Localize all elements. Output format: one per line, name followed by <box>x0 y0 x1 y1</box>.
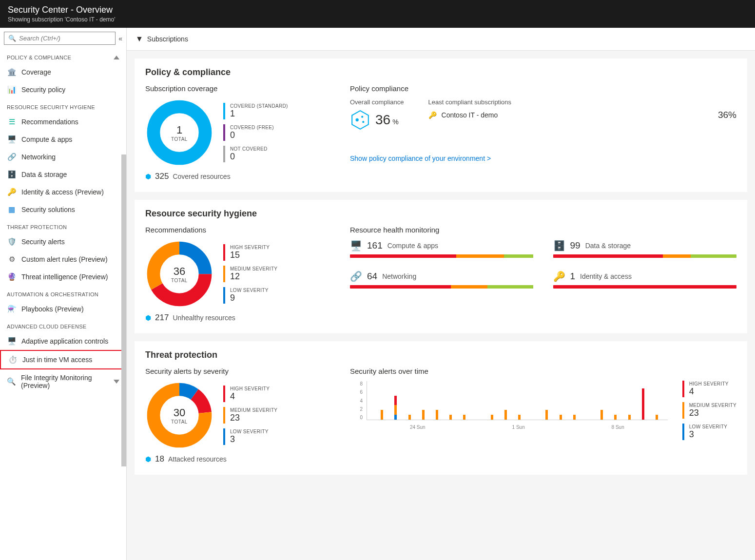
health-icon: 🔑 <box>553 270 565 282</box>
legend-alerts-low[interactable]: LOW SEVERITY3 <box>223 428 277 445</box>
sidebar-item-adaptive-app-controls[interactable]: 🖥️Adaptive application controls <box>0 332 126 350</box>
search-icon: 🔍 <box>8 35 16 42</box>
health-card-3[interactable]: 🔑1Identity & access <box>553 270 737 289</box>
hexagon-icon <box>350 110 370 130</box>
svg-marker-1 <box>352 111 368 129</box>
show-compliance-link[interactable]: Show policy compliance of your environme… <box>350 154 491 162</box>
recommendations-donut-chart[interactable]: 36TOTAL <box>145 240 213 308</box>
section-automation: AUTOMATION & ORCHESTRATION <box>0 286 126 300</box>
identity-icon: 🔑 <box>7 188 17 196</box>
sidebar-item-compute-apps[interactable]: 🖥️Compute & apps <box>0 131 126 148</box>
adaptive-icon: 🖥️ <box>7 337 17 346</box>
network-icon: 🔗 <box>7 153 17 161</box>
shield-icon: 🛡️ <box>7 237 17 246</box>
page-subtitle: Showing subscription 'Contoso IT - demo' <box>8 16 747 23</box>
collapse-sidebar-button[interactable]: « <box>118 35 122 42</box>
sidebar-item-data-storage[interactable]: 🗄️Data & storage <box>0 166 126 183</box>
sidebar-item-playbooks[interactable]: ⚗️Playbooks (Preview) <box>0 300 126 318</box>
legend-alerts-high[interactable]: HIGH SEVERITY4 <box>223 386 277 402</box>
panel-threat: Threat protection Security alerts by sev… <box>135 341 747 475</box>
policy-compliance-block: Policy compliance Overall compliance 36%… <box>350 84 736 181</box>
health-card-2[interactable]: 🔗64Networking <box>350 270 534 289</box>
sidebar-item-security-policy[interactable]: 📊Security policy <box>0 81 126 98</box>
time-legend: HIGH SEVERITY4 MEDIUM SEVERITY23 LOW SEV… <box>682 381 736 464</box>
subscription-row[interactable]: 🔑 Contoso IT - demo 36% <box>428 110 736 120</box>
panel-hygiene: Resource security hygiene Recommendation… <box>135 200 747 333</box>
resource-health-block: Resource health monitoring 🖥️161Compute … <box>350 226 736 323</box>
subscriptions-button[interactable]: Subscriptions <box>147 35 188 43</box>
legend-low-sev[interactable]: LOW SEVERITY9 <box>223 287 277 304</box>
recommendations-icon: ☰ <box>7 117 17 126</box>
alerts-donut-chart[interactable]: 30TOTAL <box>145 381 213 449</box>
cube-icon: ⬢ <box>145 173 151 180</box>
subscription-coverage-block: Subscription coverage 1TOTAL COVERED (ST… <box>145 84 330 181</box>
sidebar-item-threat-intelligence[interactable]: 🔮Threat intelligence (Preview) <box>0 268 126 286</box>
chevron-down-icon <box>114 380 119 384</box>
overall-compliance: Overall compliance 36% <box>350 98 404 130</box>
svg-point-4 <box>362 121 364 123</box>
section-threat-protection: THREAT PROTECTION <box>0 218 126 233</box>
covered-resources-row[interactable]: ⬢325Covered resources <box>145 172 330 181</box>
file-search-icon: 🔍 <box>7 377 16 386</box>
unhealthy-resources-row[interactable]: ⬢217Unhealthy resources <box>145 313 330 323</box>
panel-heading-threat: Threat protection <box>145 350 736 360</box>
recommendations-block: Recommendations 36TOTAL HIGH SEVERITY15 <box>145 226 330 323</box>
cube-icon: ⬢ <box>145 455 151 463</box>
section-resource-hygiene: RESOURCE SECURITY HYGIENE <box>0 98 126 113</box>
attacked-resources-row[interactable]: ⬢18Attacked resources <box>145 454 330 464</box>
filter-icon[interactable]: ▼ <box>136 35 143 43</box>
toolbar: ▼ Subscriptions <box>127 28 755 51</box>
time-legend-low[interactable]: LOW SEVERITY3 <box>682 424 736 440</box>
sidebar-item-file-integrity[interactable]: 🔍File Integrity Monitoring (Preview) <box>0 369 126 394</box>
sidebar-item-identity-access[interactable]: 🔑Identity & access (Preview) <box>0 183 126 201</box>
sidebar-item-security-solutions[interactable]: ▦Security solutions <box>0 201 126 218</box>
coverage-donut-chart[interactable]: 1TOTAL <box>145 98 213 167</box>
playbook-icon: ⚗️ <box>7 305 17 313</box>
content-area: ▼ Subscriptions Policy & compliance Subs… <box>127 28 755 560</box>
health-card-1[interactable]: 🗄️99Data & storage <box>553 240 737 258</box>
sidebar: 🔍 « POLICY & COMPLIANCE 🏛️Coverage 📊Secu… <box>0 28 127 560</box>
search-box[interactable]: 🔍 <box>4 32 116 45</box>
health-icon: 🖥️ <box>350 240 362 251</box>
compute-icon: 🖥️ <box>7 135 17 144</box>
panel-policy-compliance: Policy & compliance Subscription coverag… <box>135 58 747 192</box>
health-card-0[interactable]: 🖥️161Compute & apps <box>350 240 534 258</box>
legend-high-sev[interactable]: HIGH SEVERITY15 <box>223 244 277 261</box>
legend-not-covered[interactable]: NOT COVERED0 <box>223 146 288 162</box>
time-legend-high[interactable]: HIGH SEVERITY4 <box>682 381 736 397</box>
health-icon: 🗄️ <box>553 240 565 251</box>
chevron-up-icon <box>114 56 119 59</box>
legend-med-sev[interactable]: MEDIUM SEVERITY12 <box>223 266 277 282</box>
policy-icon: 📊 <box>7 85 17 94</box>
coverage-legend: COVERED (STANDARD)1 COVERED (FREE)0 NOT … <box>223 103 288 162</box>
topbar: Security Center - Overview Showing subsc… <box>0 0 755 28</box>
health-icon: 🔗 <box>350 270 362 282</box>
coverage-icon: 🏛️ <box>7 68 17 77</box>
sidebar-item-security-alerts[interactable]: 🛡️Security alerts <box>0 233 126 251</box>
least-compliant-block: Least compliant subscriptions 🔑 Contoso … <box>428 98 736 130</box>
svg-point-2 <box>356 118 359 121</box>
sidebar-item-coverage[interactable]: 🏛️Coverage <box>0 63 126 81</box>
sidebar-item-networking[interactable]: 🔗Networking <box>0 148 126 166</box>
alerts-over-time-block: Security alerts over time 86420 24 Sun1 … <box>350 367 736 464</box>
storage-icon: 🗄️ <box>7 170 17 179</box>
svg-point-3 <box>361 116 363 118</box>
section-policy-compliance[interactable]: POLICY & COMPLIANCE <box>0 49 126 63</box>
solutions-icon: ▦ <box>7 205 17 214</box>
alert-rules-icon: ⚙ <box>7 255 17 264</box>
scrollbar[interactable] <box>121 154 126 466</box>
legend-covered-free[interactable]: COVERED (FREE)0 <box>223 124 288 141</box>
alerts-time-chart[interactable]: 86420 24 Sun1 Sun8 Sun <box>350 381 668 430</box>
sidebar-item-recommendations[interactable]: ☰Recommendations <box>0 113 126 131</box>
sidebar-item-custom-alert-rules[interactable]: ⚙Custom alert rules (Preview) <box>0 251 126 268</box>
time-legend-med[interactable]: MEDIUM SEVERITY23 <box>682 402 736 419</box>
legend-covered-standard[interactable]: COVERED (STANDARD)1 <box>223 103 288 119</box>
clock-icon: ⏱️ <box>8 355 18 364</box>
sidebar-item-jit-vm-access[interactable]: ⏱️Just in time VM access <box>0 350 126 369</box>
section-advanced-defense: ADVANCED CLOUD DEFENSE <box>0 318 126 332</box>
rec-legend: HIGH SEVERITY15 MEDIUM SEVERITY12 LOW SE… <box>223 244 277 304</box>
legend-alerts-med[interactable]: MEDIUM SEVERITY23 <box>223 407 277 424</box>
page-title: Security Center - Overview <box>8 5 747 15</box>
threat-intel-icon: 🔮 <box>7 272 17 281</box>
search-input[interactable] <box>19 35 111 42</box>
